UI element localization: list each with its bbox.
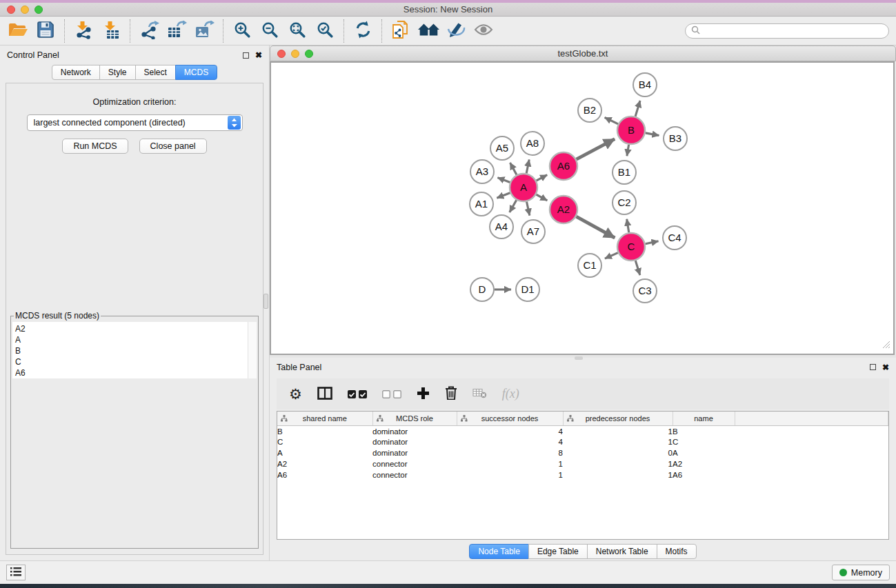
export-table-button[interactable] [163,18,190,44]
graph-node-B3[interactable]: B3 [664,127,687,150]
close-panel-icon[interactable]: ✖ [882,363,889,372]
column-header[interactable]: predecessor nodes [563,412,673,425]
graph-edge-A6-B[interactable] [577,139,615,160]
close-panel-button[interactable]: Close panel [139,139,207,154]
table-cell[interactable]: 1 [563,458,673,469]
import-network-button[interactable] [70,18,97,44]
delete-table-button[interactable] [472,388,487,401]
table-cell[interactable]: C [277,436,372,447]
table-cell[interactable]: 1 [563,469,673,480]
table-cell[interactable]: A2 [673,458,735,469]
graph-node-C4[interactable]: C4 [663,226,686,250]
show-hide-button[interactable] [470,18,497,44]
graph-node-A8[interactable]: A8 [521,132,544,155]
graph-node-A4[interactable]: A4 [490,215,513,239]
tab-network-table[interactable]: Network Table [587,544,657,559]
network-canvas[interactable]: B4B2BB3A8A5A6A3B1AA1C2A2A4A7C4CC1DD1C3 [270,61,895,355]
table-cell[interactable]: dominator [372,425,457,436]
mcds-result-list[interactable]: A2ABCA6 [12,322,257,378]
graph-node-D1[interactable]: D1 [516,278,539,301]
search-field[interactable] [685,23,889,39]
table-cell[interactable]: 4 [457,436,563,447]
tab-node-table[interactable]: Node Table [469,544,529,559]
table-cell[interactable]: A6 [277,469,372,480]
memory-button[interactable]: Memory [832,565,890,580]
graph-edge-B-B4[interactable] [635,101,640,116]
column-header[interactable]: name [673,412,735,425]
close-window-button[interactable] [7,6,15,14]
search-input[interactable] [704,26,883,36]
table-row[interactable]: A6connector11A6 [277,469,888,480]
vertical-scrollbar-thumb[interactable] [263,294,268,309]
table-options-button[interactable]: ⚙ [289,387,302,401]
add-column-button[interactable] [417,387,430,402]
graph-edge-A-A2[interactable] [536,194,547,201]
table-cell[interactable]: B [673,425,735,436]
result-list-item[interactable]: C [15,356,248,367]
function-builder-button[interactable]: f(x) [502,387,519,401]
result-list-item[interactable]: B [15,345,248,356]
result-list-item[interactable]: A2 [15,323,248,334]
run-mcds-button[interactable]: Run MCDS [62,139,128,154]
graph-node-C[interactable]: C [617,233,645,261]
graph-edge-A-A6[interactable] [537,175,548,181]
zoom-selected-button[interactable] [311,18,339,44]
export-network-button[interactable] [135,18,163,44]
graph-edge-A-A8[interactable] [526,160,529,174]
table-cell[interactable]: C [673,436,735,447]
home-button[interactable] [415,18,442,44]
column-header[interactable]: MCDS role [372,412,457,425]
network-maximize-button[interactable] [305,50,313,58]
zoom-out-button[interactable] [256,18,283,44]
graph-edge-C-C3[interactable] [635,261,640,275]
task-history-button[interactable] [6,565,26,580]
graph-node-A2[interactable]: A2 [550,196,577,223]
table-cell[interactable]: 8 [457,447,563,458]
tab-edge-table[interactable]: Edge Table [528,544,588,559]
table-row[interactable]: A2connector11A2 [277,458,888,469]
refresh-button[interactable] [349,18,377,44]
deselect-all-button[interactable] [382,390,401,398]
network-minimize-button[interactable] [291,50,299,58]
graph-node-A5[interactable]: A5 [490,136,514,160]
horizontal-scrollbar-thumb[interactable] [575,356,583,360]
graph-node-C3[interactable]: C3 [633,279,657,303]
table-cell[interactable]: A6 [673,469,735,480]
maximize-window-button[interactable] [34,6,43,14]
graph-node-B4[interactable]: B4 [633,73,657,97]
table-cell[interactable]: 0 [563,447,673,458]
table-cell[interactable]: dominator [372,436,457,447]
table-cell[interactable]: 4 [457,425,563,436]
graph-node-A7[interactable]: A7 [521,220,545,243]
result-list-scrollbar[interactable] [248,322,257,378]
tab-style[interactable]: Style [99,65,136,80]
graph-edge-B-B2[interactable] [605,117,618,123]
graph-edge-B-B3[interactable] [646,133,659,136]
graph-edge-A-A5[interactable] [510,163,517,174]
column-header[interactable]: shared name [277,412,372,425]
import-table-button[interactable] [97,18,125,44]
graph-edge-B-B1[interactable] [627,145,629,156]
graph-edge-C-C1[interactable] [605,253,618,259]
delete-column-button[interactable] [445,386,457,402]
select-all-button[interactable] [348,390,367,398]
graph-node-B[interactable]: B [617,116,645,144]
table-row[interactable]: Adominator80A [277,447,888,458]
close-panel-icon[interactable]: ✖ [255,51,262,59]
graph-edge-C-C4[interactable] [646,241,659,244]
table-row[interactable]: Bdominator41B [277,425,888,436]
table-cell[interactable]: A [277,447,372,458]
table-cell[interactable]: 1 [563,425,673,436]
tab-mcds[interactable]: MCDS [175,65,217,80]
minimize-window-button[interactable] [21,6,29,14]
graph-edge-A-A3[interactable] [497,178,510,183]
open-session-button[interactable] [4,18,32,44]
table-cell[interactable]: connector [372,458,457,469]
graph-node-A3[interactable]: A3 [470,160,494,183]
graph-edge-A2-C[interactable] [576,216,615,238]
toggle-style-button[interactable] [442,18,470,44]
graph-node-D[interactable]: D [470,278,494,301]
table-cell[interactable]: A2 [277,458,372,469]
resize-grip-icon[interactable] [883,339,890,352]
zoom-fit-button[interactable] [283,18,311,44]
